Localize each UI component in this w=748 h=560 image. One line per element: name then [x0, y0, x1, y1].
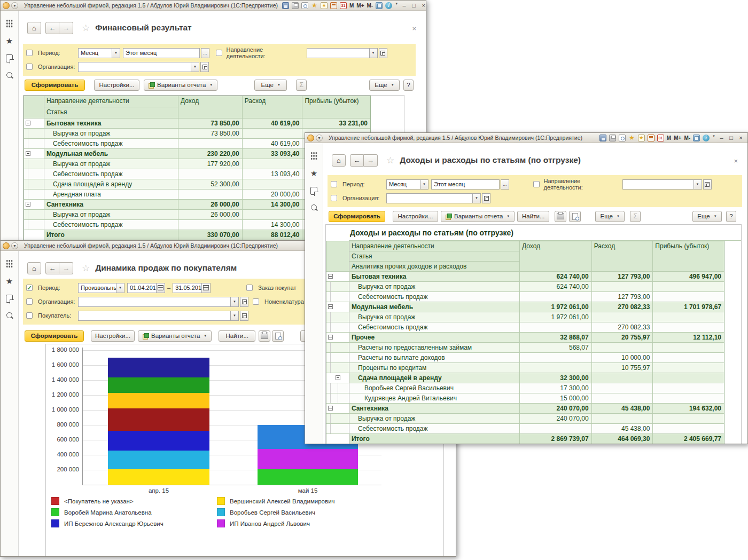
history-icon[interactable]: [310, 187, 317, 195]
direction-checkbox[interactable]: [216, 50, 222, 56]
more-button[interactable]: Еще▼: [595, 211, 625, 222]
date-to-calendar-button[interactable]: [202, 283, 211, 293]
expander-icon[interactable]: [328, 274, 333, 279]
direction-dropdown[interactable]: ▼: [370, 48, 378, 58]
organization-dropdown[interactable]: ▼: [473, 193, 481, 203]
table-header-income[interactable]: Доход: [520, 241, 592, 271]
sections-menu-icon[interactable]: [6, 19, 13, 28]
table-row[interactable]: Себестоимость продаж270 082,33: [326, 322, 724, 333]
find-button[interactable]: Найти...: [517, 211, 549, 222]
app-logo-button[interactable]: [3, 242, 10, 249]
info-dropdown-icon[interactable]: ▼: [712, 135, 715, 141]
favorite-star-icon[interactable]: ☆: [386, 155, 394, 166]
organization-choose-button[interactable]: [200, 62, 209, 72]
organization-input[interactable]: [386, 193, 473, 203]
bar-segment[interactable]: [108, 377, 209, 393]
print-button[interactable]: [259, 330, 270, 342]
date-from-input[interactable]: 01.04.2015: [127, 283, 157, 293]
windows-icon[interactable]: [693, 135, 700, 141]
table-row[interactable]: Выручка от продаж240 070,00: [326, 414, 724, 424]
expander-icon[interactable]: [336, 375, 340, 380]
period-ellipsis-button[interactable]: ...: [501, 179, 509, 190]
app-menu-dropdown[interactable]: ▼: [316, 135, 323, 141]
calendar-icon[interactable]: 31: [340, 2, 347, 9]
table-row[interactable]: Расчеты по предоставленным займам568,07: [326, 343, 724, 353]
period-kind-combo[interactable]: Произвольный: [78, 283, 116, 293]
bar-segment[interactable]: [258, 449, 358, 469]
preview-button[interactable]: [569, 211, 581, 222]
table-row[interactable]: Себестоимость продаж45 438,00: [326, 424, 724, 434]
search-icon[interactable]: [6, 312, 12, 318]
buyer-input[interactable]: [78, 311, 231, 321]
home-button[interactable]: ⌂: [27, 22, 41, 34]
bar-segment[interactable]: [108, 358, 209, 377]
table-row[interactable]: Кудрявцев Андрей Витальевич15 000,00: [326, 393, 724, 404]
search-icon[interactable]: [311, 204, 317, 210]
expander-icon[interactable]: [26, 151, 30, 156]
titlebar[interactable]: ▼ Управление небольшой фирмой, редакция …: [305, 133, 747, 143]
expander-icon[interactable]: [26, 121, 30, 125]
memory-m-button[interactable]: M: [349, 2, 354, 9]
favorites-icon[interactable]: ★: [310, 170, 317, 177]
period-kind-dropdown[interactable]: ▼: [112, 48, 120, 58]
add-to-favorites-icon[interactable]: ★: [311, 2, 318, 9]
table-row[interactable]: Сдача площадей в аренду32 300,00: [326, 373, 724, 383]
table-row[interactable]: Расчеты по выплате доходов10 000,00: [326, 353, 724, 363]
save-icon[interactable]: [599, 135, 606, 141]
print-button[interactable]: [555, 211, 566, 222]
buyer-choose-button[interactable]: [240, 311, 248, 321]
table-row[interactable]: Бытовая техника624 740,00127 793,00496 9…: [326, 272, 724, 282]
table-header-expense[interactable]: Расход: [592, 241, 653, 271]
period-kind-dropdown[interactable]: ▼: [116, 283, 124, 293]
memory-m--button[interactable]: M-: [684, 135, 690, 141]
generate-button[interactable]: Сформировать: [25, 80, 85, 91]
direction-input[interactable]: [622, 179, 694, 190]
direction-dropdown[interactable]: ▼: [694, 179, 702, 190]
windows-icon[interactable]: [376, 2, 383, 9]
generate-button[interactable]: Сформировать: [25, 330, 84, 342]
print-icon[interactable]: [292, 2, 299, 9]
nomenclature-checkbox[interactable]: [253, 298, 259, 305]
more-button-right[interactable]: Еще▼: [692, 211, 722, 222]
more-button-right[interactable]: Еще▼: [369, 80, 400, 91]
table-row[interactable]: Проценты по кредитам10 755,97: [326, 363, 724, 373]
expander-icon[interactable]: [26, 202, 30, 207]
memory-m+-button[interactable]: M+: [674, 135, 681, 141]
report-variants-button[interactable]: Варианты отчета▼: [441, 211, 515, 222]
form-close-button[interactable]: ×: [412, 26, 416, 32]
table-row[interactable]: Бытовая техника73 850,0040 619,0033 231,…: [24, 119, 370, 129]
date-to-input[interactable]: 31.05.2015: [173, 283, 202, 293]
home-button[interactable]: ⌂: [27, 262, 41, 274]
print-preview-icon[interactable]: [619, 135, 626, 141]
back-button[interactable]: ←: [45, 22, 59, 34]
direction-input[interactable]: [307, 48, 370, 58]
forward-button[interactable]: →: [59, 22, 73, 34]
organization-dropdown[interactable]: ▼: [191, 62, 199, 72]
direction-checkbox[interactable]: [533, 181, 540, 187]
table-row[interactable]: Итого2 869 739,07464 069,302 405 669,77: [326, 434, 724, 444]
customer-order-checkbox[interactable]: [246, 285, 253, 291]
expander-icon[interactable]: [328, 335, 333, 340]
table-header-expense[interactable]: Расход: [243, 96, 303, 118]
bar-segment[interactable]: [108, 393, 209, 408]
settings-button[interactable]: Настройки...: [393, 211, 438, 222]
maximize-button[interactable]: □: [410, 2, 417, 9]
bar-segment[interactable]: [108, 469, 209, 485]
find-button[interactable]: Найти...: [219, 330, 255, 342]
table-header-income[interactable]: Доход: [178, 96, 243, 118]
help-button[interactable]: ?: [726, 211, 736, 222]
search-icon[interactable]: [6, 72, 12, 78]
sum-button[interactable]: Σ: [630, 211, 641, 222]
close-button[interactable]: ×: [420, 2, 426, 9]
form-close-button[interactable]: ×: [734, 158, 738, 164]
info-icon[interactable]: i: [703, 135, 710, 141]
calendar-icon[interactable]: 31: [657, 135, 664, 141]
help-button[interactable]: ?: [403, 80, 414, 91]
date-from-calendar-button[interactable]: [157, 283, 165, 293]
favorites-icon[interactable]: ★: [6, 37, 13, 45]
minimize-button[interactable]: –: [401, 2, 408, 9]
bar-segment[interactable]: [258, 469, 358, 485]
organization-choose-button[interactable]: [240, 297, 248, 307]
print-icon[interactable]: [609, 135, 616, 141]
buyer-dropdown[interactable]: ▼: [231, 311, 239, 321]
